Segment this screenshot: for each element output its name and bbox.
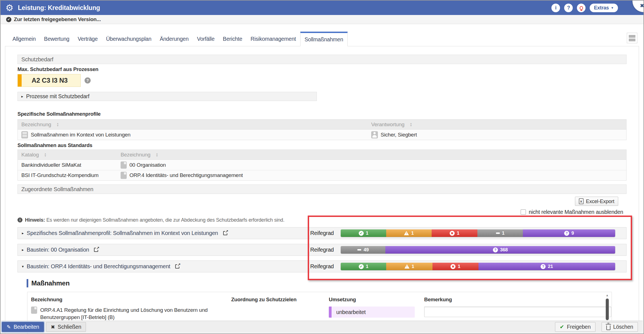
- column-header-umsetzung: Umsetzung: [329, 297, 424, 303]
- segment-count: 1: [411, 231, 414, 236]
- maturity-segment-error: ✖1: [432, 229, 477, 237]
- tab-aenderungen[interactable]: Änderungen: [156, 32, 193, 46]
- excel-export-button[interactable]: x Excel-Export: [575, 197, 618, 206]
- freigeben-label: Freigeben: [567, 324, 591, 330]
- bemerkung-input[interactable]: [424, 307, 611, 317]
- info-icon: i: [17, 217, 22, 222]
- tab-risikomanagement[interactable]: Risikomanagement: [246, 32, 300, 46]
- extras-button[interactable]: Extras ▼: [590, 4, 618, 12]
- massnahme-bezeichnung: ORP.4.A1 Regelung für die Einrichtung un…: [40, 307, 215, 321]
- app-window: ⚙ Leistung: Kreditabwicklung i ? Extras …: [0, 0, 644, 334]
- check-icon: ✔: [560, 324, 564, 330]
- hide-irrelevant-checkbox[interactable]: [521, 209, 526, 215]
- badge-color-strip: [18, 74, 22, 87]
- section-zugeordnete-title: Zugeordnete Sollmaßnahmen: [21, 186, 93, 193]
- tabs-zone: Allgemein Bewertung Verträge Überwachung…: [5, 24, 639, 46]
- version-bar: ✔ Zur letzten freigegebenen Version...: [1, 15, 643, 24]
- external-link-icon[interactable]: [175, 264, 179, 269]
- umsetzung-select[interactable]: unbearbeitet: [329, 307, 415, 318]
- loeschen-button[interactable]: Löschen: [602, 322, 638, 332]
- tab-ueberwachungsplan[interactable]: Überwachungsplan: [102, 32, 156, 46]
- segment-count: 1: [366, 231, 368, 236]
- accordion-baustein-orp4[interactable]: ▾ Baustein: ORP.4 Identitäts- und Berech…: [17, 260, 627, 272]
- table-row[interactable]: BSI IT-Grundschutz-Kompendium ORP.4 Iden…: [18, 170, 626, 180]
- layout-toggle-icon[interactable]: [627, 33, 637, 43]
- caret-down-icon: ▾: [22, 264, 24, 269]
- freigeben-button[interactable]: ✔ Freigeben: [555, 322, 595, 332]
- excel-export-row: x Excel-Export: [17, 197, 627, 206]
- segment-count: 49: [363, 247, 369, 253]
- external-link-icon[interactable]: [223, 231, 227, 235]
- error-icon: ✖: [450, 231, 455, 236]
- tab-sollmassnahmen[interactable]: Sollmaßnahmen: [300, 32, 348, 46]
- dash-icon: [357, 249, 361, 250]
- heading-accent-bar: [27, 279, 28, 287]
- bearbeiten-button[interactable]: ✎ Bearbeiten: [2, 322, 44, 332]
- hint-row: i Hinweis: Es werden nur diejenigen Soll…: [17, 217, 627, 223]
- maturity-bar: 49?368: [341, 246, 615, 254]
- extras-label: Extras: [594, 5, 609, 11]
- hint-text: Es werden nur diejenigen Sollmaßnahmen a…: [46, 217, 284, 223]
- accordion-baustein-organisation[interactable]: ▸ Baustein: 00 Organisation Reifegrad 49…: [17, 244, 627, 256]
- maturity-segment-warning: !1: [386, 263, 432, 270]
- ok-icon: ✔: [359, 264, 364, 269]
- column-header-bezeichnung[interactable]: Bezeichnung ▲▼: [117, 152, 626, 158]
- section-zugeordnete-sollmassnahmen: Zugeordnete Sollmaßnahmen: [17, 184, 627, 194]
- schutzbedarf-badge-value: A2 C3 I3 N3: [22, 74, 80, 87]
- scrollbar-thumb[interactable]: [606, 298, 609, 320]
- tab-bar: Allgemein Bewertung Verträge Überwachung…: [5, 32, 639, 46]
- maturity-segment-neutral: 1: [477, 229, 523, 237]
- dash-icon: [496, 232, 500, 234]
- scroll-up-icon[interactable]: ▲: [606, 293, 609, 297]
- question-circle-icon[interactable]: ?: [85, 77, 91, 84]
- segment-count: 1: [412, 264, 414, 269]
- hide-irrelevant-row: nicht relevante Maßnahmen ausblenden: [17, 209, 627, 215]
- column-header-katalog[interactable]: Katalog ▲▼: [18, 152, 117, 158]
- document-icon: [121, 161, 127, 169]
- standards-table-header: Katalog ▲▼ Bezeichnung ▲▼: [18, 150, 626, 160]
- profile-table: Bezeichnung ▲▼ Verantwortung ▲▼ Sollmaßn…: [17, 119, 627, 140]
- sort-icon: ▲▼: [57, 122, 59, 127]
- max-schutzbedarf-label: Max. Schutzbedarf aus Prozessen: [17, 66, 627, 72]
- excel-export-label: Excel-Export: [586, 198, 614, 204]
- maturity-segment-ok: ✔1: [341, 229, 386, 237]
- last-released-version-link[interactable]: Zur letzten freigegebenen Version...: [14, 16, 101, 22]
- reifegrad-label: Reifegrad: [310, 247, 334, 253]
- sort-icon: ▲▼: [410, 122, 412, 127]
- table-row[interactable]: Bankindividueller SiMaKat 00 Organisatio…: [18, 160, 626, 170]
- titlebar-actions: i ? Extras ▼: [551, 4, 618, 12]
- prozesse-mit-schutzbedarf-toggle[interactable]: ▸ Prozesse mit Schutzbedarf: [17, 92, 317, 101]
- trash-icon: [606, 325, 610, 330]
- column-header-bezeichnung[interactable]: Bezeichnung ▲▼: [18, 122, 368, 128]
- open-icon: ?: [564, 231, 569, 236]
- profile-row-bezeichnung: Sollmaßnahmen im Kontext von Leistungen: [31, 132, 131, 138]
- maturity-bar: ✔1!1✖1?21: [341, 263, 615, 270]
- external-link-icon[interactable]: [94, 248, 98, 252]
- table-row[interactable]: Sollmaßnahmen im Kontext von Leistungen …: [18, 130, 626, 140]
- profile-table-title: Spezifische Sollmaßnahmenprofile: [17, 111, 627, 117]
- footer-bar: ✎ Bearbeiten ✖ Schließen ✔ Freigeben Lös…: [1, 321, 643, 333]
- column-header-verantwortung[interactable]: Verantwortung ▲▼: [368, 122, 626, 128]
- hint-bold: Hinweis:: [25, 217, 45, 223]
- lightbulb-icon[interactable]: [577, 4, 586, 12]
- help-icon[interactable]: ?: [564, 4, 573, 12]
- segment-count: 368: [500, 247, 508, 253]
- reifegrad-label: Reifegrad: [310, 263, 334, 270]
- tab-berichte[interactable]: Berichte: [219, 32, 246, 46]
- profile-icon: [21, 131, 28, 138]
- tab-allgemein[interactable]: Allgemein: [8, 32, 40, 46]
- tab-bewertung[interactable]: Bewertung: [40, 32, 73, 46]
- segment-count: 1: [502, 231, 505, 236]
- accordion-title: Spezifisches Sollmaßnahmenprofil: Sollma…: [27, 230, 218, 236]
- reifegrad-label: Reifegrad: [310, 230, 334, 236]
- accordion-profile-row[interactable]: ▸ Spezifisches Sollmaßnahmenprofil: Soll…: [17, 227, 627, 239]
- caret-right-icon: ▸: [21, 94, 23, 98]
- massnahmen-heading: Maßnahmen: [27, 279, 627, 287]
- check-circle-icon: ✔: [6, 17, 11, 22]
- schliessen-button[interactable]: ✖ Schließen: [46, 322, 86, 332]
- info-icon[interactable]: i: [551, 4, 560, 12]
- error-icon: ✖: [450, 264, 455, 269]
- tab-vorfaelle[interactable]: Vorfälle: [193, 32, 218, 46]
- person-icon: [371, 131, 378, 138]
- tab-vertraege[interactable]: Verträge: [73, 32, 102, 46]
